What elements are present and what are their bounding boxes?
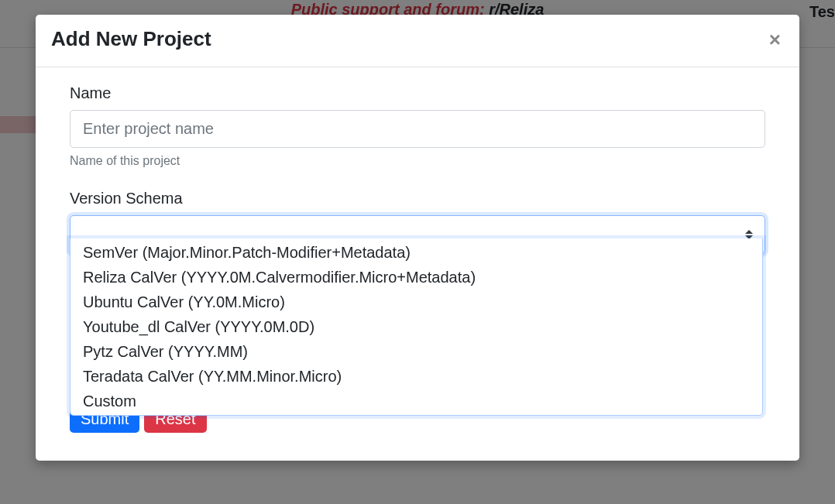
close-button[interactable]: × — [766, 29, 784, 50]
schema-option-ubuntu[interactable]: Ubuntu CalVer (YY.0M.Micro) — [70, 290, 762, 314]
project-name-input[interactable] — [70, 110, 765, 148]
schema-dropdown[interactable]: SemVer (Major.Minor.Patch-Modifier+Metad… — [70, 238, 763, 416]
name-label: Name — [70, 84, 765, 102]
modal-title: Add New Project — [51, 27, 211, 51]
schema-option-pytz[interactable]: Pytz CalVer (YYYY.MM) — [70, 339, 762, 364]
schema-option-semver[interactable]: SemVer (Major.Minor.Patch-Modifier+Metad… — [70, 240, 762, 265]
schema-option-custom[interactable]: Custom — [70, 389, 762, 413]
name-help-text: Name of this project — [70, 154, 765, 168]
schema-label: Version Schema — [70, 190, 765, 207]
schema-option-teradata[interactable]: Teradata CalVer (YY.MM.Minor.Micro) — [70, 364, 762, 389]
modal-header: Add New Project × — [36, 15, 799, 67]
add-project-modal: Add New Project × Name Name of this proj… — [36, 15, 799, 461]
schema-option-reliza[interactable]: Reliza CalVer (YYYY.0M.Calvermodifier.Mi… — [70, 265, 762, 290]
schema-option-ytdl[interactable]: Youtube_dl CalVer (YYYY.0M.0D) — [70, 314, 762, 339]
close-icon: × — [769, 28, 781, 51]
modal-body: Name Name of this project Version Schema… — [36, 67, 799, 461]
